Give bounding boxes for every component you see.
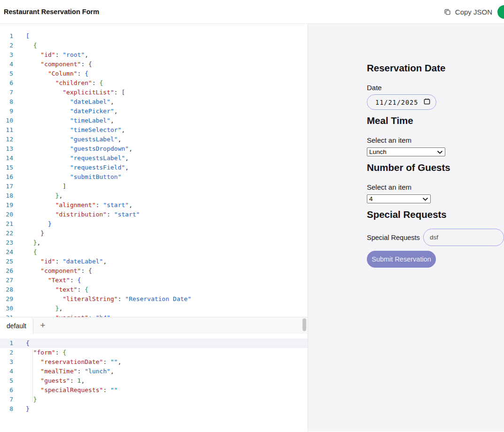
line-number: 4 <box>0 60 13 69</box>
date-input[interactable]: 11/21/2025 <box>367 94 436 110</box>
code-line[interactable]: 4 "mealTime": "lunch", <box>0 367 308 376</box>
code-line[interactable]: 12 "guestsLabel", <box>0 135 308 144</box>
special-requests-label: Special Requests <box>367 234 420 241</box>
tab-default[interactable]: default <box>0 317 33 334</box>
code-line[interactable]: 25 "id": "dateLabel", <box>0 257 308 266</box>
line-number: 7 <box>0 395 13 404</box>
code-line[interactable]: 3 "reservationDate": "", <box>0 357 308 367</box>
guests-select[interactable]: 4 <box>367 194 431 203</box>
code-line[interactable]: 21 } <box>0 219 308 229</box>
meal-time-select[interactable]: Lunch <box>367 147 445 156</box>
line-number: 19 <box>0 201 13 210</box>
app-window: Restaurant Reservation Form Copy JSON 1[… <box>0 0 504 432</box>
line-number: 15 <box>0 163 13 172</box>
code-line[interactable]: 24 { <box>0 247 308 257</box>
line-number: 21 <box>0 219 13 229</box>
code-line[interactable]: 22 } <box>0 229 308 238</box>
code-line[interactable]: 2 "form": { <box>0 348 308 357</box>
code-line[interactable]: 28 "text": { <box>0 285 308 294</box>
code-line[interactable]: 7 } <box>0 395 308 404</box>
line-number: 6 <box>0 78 13 88</box>
submit-reservation-button[interactable]: Submit Reservation <box>367 251 436 268</box>
code-line[interactable]: 1[ <box>0 31 308 41</box>
date-label: Date <box>367 84 382 92</box>
line-number: 11 <box>0 125 13 135</box>
code-line[interactable]: 13 "guestsDropdown", <box>0 144 308 154</box>
line-number: 3 <box>0 357 13 367</box>
code-line[interactable]: 26 "component": { <box>0 266 308 276</box>
code-line[interactable]: 27 "Text": { <box>0 276 308 285</box>
code-line[interactable]: 7 "explicitList": [ <box>0 88 308 97</box>
code-line-content: "dateLabel", <box>13 97 114 107</box>
code-line[interactable]: 23 }, <box>0 238 308 247</box>
code-line[interactable]: 15 "requestsField", <box>0 163 308 172</box>
code-line[interactable]: 5 "guests": 1, <box>0 376 308 386</box>
code-line-content: "timeSelector", <box>13 125 125 135</box>
line-number: 2 <box>0 41 13 50</box>
code-line-content: { <box>13 247 37 257</box>
line-number: 30 <box>0 304 13 313</box>
code-line[interactable]: 2 { <box>0 41 308 50</box>
line-number: 20 <box>0 210 13 219</box>
code-line[interactable]: 5 "Column": { <box>0 69 308 78</box>
code-line[interactable]: 30 }, <box>0 304 308 313</box>
code-line[interactable]: 6 "specialRequests": "" <box>0 386 308 395</box>
code-line[interactable]: 19 "alignment": "start", <box>0 201 308 210</box>
code-line[interactable]: 17 ] <box>0 182 308 191</box>
heading-reservation-date: Reservation Date <box>367 62 445 74</box>
state-json-editor[interactable]: 1{2 "form": {3 "reservationDate": "",4 "… <box>0 334 308 432</box>
guests-select-label: Select an item <box>367 183 411 191</box>
code-line-content: "explicitList": [ <box>13 88 125 97</box>
date-value: 11/21/2025 <box>375 99 418 106</box>
code-line[interactable]: 4 "component": { <box>0 60 308 69</box>
code-line-content: "reservationDate": "", <box>13 357 122 367</box>
status-dot[interactable] <box>497 5 504 19</box>
code-line-content: ] <box>13 182 66 191</box>
code-line-content: "children": { <box>13 78 103 88</box>
line-number: 8 <box>0 404 13 414</box>
code-line[interactable]: 10 "timeLabel", <box>0 116 308 125</box>
code-line[interactable]: 16 "submitButton" <box>0 172 308 182</box>
add-tab-button[interactable]: + <box>37 319 49 332</box>
special-requests-input[interactable]: dsf <box>423 229 504 246</box>
code-line-content: { <box>13 339 30 348</box>
special-requests-row: Special Requests dsf <box>367 229 504 246</box>
code-line[interactable]: 6 "children": { <box>0 78 308 88</box>
code-line[interactable]: 20 "distribution": "start" <box>0 210 308 219</box>
code-line[interactable]: 11 "timeSelector", <box>0 125 308 135</box>
heading-number-of-guests: Number of Guests <box>367 162 450 173</box>
code-line-content: "literalString": "Reservation Date" <box>13 294 191 304</box>
indent-guide <box>32 349 33 402</box>
code-line-content: } <box>13 229 44 238</box>
ui-spec-code-editor[interactable]: 1[2 {3 "id": "root",4 "component": {5 "C… <box>0 24 308 317</box>
code-line-content: "timeLabel", <box>13 116 114 125</box>
copy-json-label: Copy JSON <box>455 8 492 16</box>
code-line[interactable]: 18 }, <box>0 191 308 201</box>
copy-json-button[interactable]: Copy JSON <box>443 0 492 24</box>
line-number: 9 <box>0 107 13 116</box>
meal-time-selected-value: Lunch <box>369 148 387 155</box>
code-line[interactable]: 9 "datePicker", <box>0 107 308 116</box>
scrollbar-thumb[interactable] <box>302 318 306 331</box>
code-line-content: } <box>13 395 37 404</box>
line-number: 5 <box>0 69 13 78</box>
main-area: 1[2 {3 "id": "root",4 "component": {5 "C… <box>0 24 504 432</box>
code-line[interactable]: 1{ <box>0 339 308 348</box>
line-number: 26 <box>0 266 13 276</box>
calendar-icon[interactable] <box>424 98 430 107</box>
code-line-content: "Column": { <box>13 69 88 78</box>
guests-selected-value: 4 <box>369 195 373 202</box>
code-line[interactable]: 31 "variant": "h4" <box>0 313 308 317</box>
line-number: 10 <box>0 116 13 125</box>
code-line[interactable]: 29 "literalString": "Reservation Date" <box>0 294 308 304</box>
tab-bar: default + <box>0 317 308 334</box>
code-line-content: } <box>13 219 52 229</box>
line-number: 22 <box>0 229 13 238</box>
code-line[interactable]: 8 "dateLabel", <box>0 97 308 107</box>
heading-meal-time: Meal Time <box>367 115 413 126</box>
code-line[interactable]: 3 "id": "root", <box>0 50 308 60</box>
code-line[interactable]: 8} <box>0 404 308 414</box>
code-line-content: "distribution": "start" <box>13 210 140 219</box>
code-line[interactable]: 14 "requestsLabel", <box>0 154 308 163</box>
code-line-content: "component": { <box>13 60 92 69</box>
